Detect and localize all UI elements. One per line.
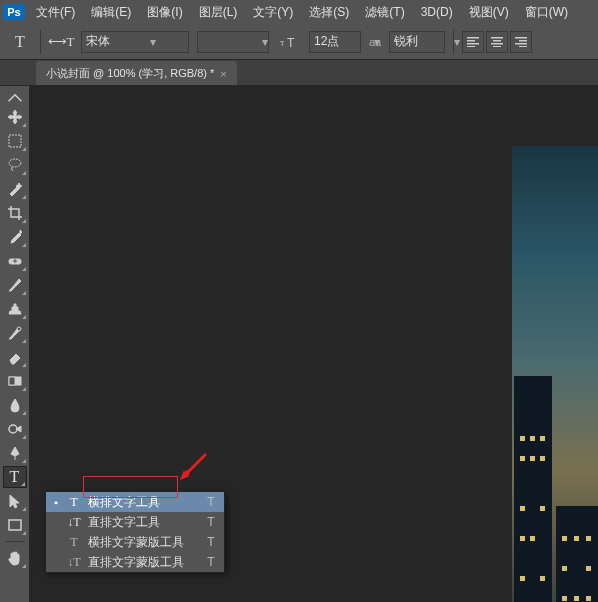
separator — [5, 541, 25, 542]
document-canvas — [512, 146, 598, 602]
history-brush-tool[interactable] — [3, 322, 27, 344]
pen-tool[interactable] — [3, 442, 27, 464]
collapse-icon[interactable] — [3, 92, 27, 104]
annotation-highlight-box — [83, 476, 178, 498]
menu-3d[interactable]: 3D(D) — [413, 0, 461, 24]
align-center-button[interactable] — [486, 31, 508, 53]
document-tab-title: 小说封面 @ 100% (学习, RGB/8) * — [46, 66, 214, 81]
document-tab[interactable]: 小说封面 @ 100% (学习, RGB/8) * × — [36, 61, 237, 85]
menu-window[interactable]: 窗口(W) — [517, 0, 576, 24]
hand-tool[interactable] — [3, 547, 27, 569]
svg-rect-4 — [467, 43, 479, 45]
antialias-label: aa — [369, 36, 381, 48]
chevron-down-icon: ▾ — [146, 35, 160, 49]
menu-select[interactable]: 选择(S) — [301, 0, 357, 24]
svg-rect-14 — [9, 135, 21, 147]
menu-file[interactable]: 文件(F) — [28, 0, 83, 24]
svg-text:T: T — [287, 36, 295, 49]
svg-rect-5 — [467, 46, 475, 47]
flyout-vertical-type-mask[interactable]: ↓T 直排文字蒙版工具 T — [46, 552, 224, 572]
options-bar: T ⟷T 宋体 ▾ ▾ TT 12点 ▾ aa 锐利 ▾ — [0, 24, 598, 60]
rectangle-tool[interactable] — [3, 514, 27, 536]
flyout-label: 直排文字蒙版工具 — [88, 554, 198, 571]
flyout-shortcut: T — [204, 515, 218, 529]
chevron-down-icon: ▾ — [454, 35, 460, 49]
vertical-type-mask-icon: ↓T — [66, 555, 82, 570]
font-size-dropdown[interactable]: 12点 ▾ — [309, 31, 361, 53]
separator — [40, 30, 41, 54]
gradient-tool[interactable] — [3, 370, 27, 392]
crop-tool[interactable] — [3, 202, 27, 224]
path-selection-tool[interactable] — [3, 490, 27, 512]
annotation-arrow-icon — [178, 452, 208, 486]
menu-image[interactable]: 图像(I) — [139, 0, 190, 24]
type-mask-icon: T — [66, 535, 82, 550]
lasso-tool[interactable] — [3, 154, 27, 176]
svg-rect-7 — [493, 40, 501, 42]
close-icon[interactable]: × — [220, 68, 226, 80]
svg-rect-11 — [519, 40, 527, 42]
flyout-shortcut: T — [204, 555, 218, 569]
svg-rect-13 — [519, 46, 527, 47]
flyout-vertical-type[interactable]: ↓T 直排文字工具 T — [46, 512, 224, 532]
svg-rect-2 — [467, 37, 479, 39]
svg-rect-10 — [515, 37, 527, 39]
dodge-tool[interactable] — [3, 418, 27, 440]
text-align-group — [462, 31, 532, 53]
type-icon: T — [66, 495, 82, 510]
font-family-dropdown[interactable]: 宋体 ▾ — [81, 31, 189, 53]
active-dot-icon: ▪ — [52, 497, 60, 508]
flyout-horizontal-type-mask[interactable]: T 横排文字蒙版工具 T — [46, 532, 224, 552]
flyout-shortcut: T — [204, 495, 218, 509]
magic-wand-tool[interactable] — [3, 178, 27, 200]
flyout-label: 直排文字工具 — [88, 514, 198, 531]
marquee-tool[interactable] — [3, 130, 27, 152]
font-size-icon: TT — [277, 30, 301, 54]
chevron-down-icon: ▾ — [262, 35, 268, 49]
svg-point-15 — [9, 159, 21, 167]
svg-rect-3 — [467, 40, 475, 42]
document-tab-bar: 小说封面 @ 100% (学习, RGB/8) * × — [0, 60, 598, 86]
type-tool[interactable]: T — [3, 466, 27, 488]
svg-rect-19 — [9, 377, 15, 385]
eraser-tool[interactable] — [3, 346, 27, 368]
flyout-label: 横排文字蒙版工具 — [88, 534, 198, 551]
svg-rect-8 — [491, 43, 503, 45]
vertical-type-icon: ↓T — [66, 515, 82, 530]
svg-rect-6 — [491, 37, 503, 39]
menu-edit[interactable]: 编辑(E) — [83, 0, 139, 24]
menu-filter[interactable]: 滤镜(T) — [357, 0, 412, 24]
move-tool[interactable] — [3, 106, 27, 128]
align-right-button[interactable] — [510, 31, 532, 53]
svg-text:T: T — [280, 40, 285, 47]
healing-brush-tool[interactable] — [3, 250, 27, 272]
font-family-value: 宋体 — [86, 33, 146, 50]
text-orientation-icon[interactable]: ⟷T — [49, 30, 73, 54]
type-tool-flyout: ▪ T 横排文字工具 T ↓T 直排文字工具 T T 横排文字蒙版工具 T ↓T… — [45, 491, 225, 573]
menu-bar: Ps 文件(F) 编辑(E) 图像(I) 图层(L) 文字(Y) 选择(S) 滤… — [0, 0, 598, 24]
toolbox: T — [0, 86, 30, 602]
flyout-shortcut: T — [204, 535, 218, 549]
font-weight-dropdown[interactable]: ▾ — [197, 31, 269, 53]
antialias-value: 锐利 — [394, 33, 454, 50]
svg-rect-12 — [515, 43, 527, 45]
font-size-value: 12点 — [314, 33, 374, 50]
tool-preset-icon[interactable]: T — [8, 30, 32, 54]
blur-tool[interactable] — [3, 394, 27, 416]
antialias-dropdown[interactable]: 锐利 ▾ — [389, 31, 445, 53]
menu-layer[interactable]: 图层(L) — [191, 0, 246, 24]
menu-type[interactable]: 文字(Y) — [245, 0, 301, 24]
svg-rect-21 — [9, 520, 21, 530]
app-logo: Ps — [0, 0, 28, 24]
eyedropper-tool[interactable] — [3, 226, 27, 248]
align-left-button[interactable] — [462, 31, 484, 53]
menu-view[interactable]: 视图(V) — [461, 0, 517, 24]
svg-rect-9 — [493, 46, 501, 47]
separator — [453, 30, 454, 54]
brush-tool[interactable] — [3, 274, 27, 296]
clone-stamp-tool[interactable] — [3, 298, 27, 320]
